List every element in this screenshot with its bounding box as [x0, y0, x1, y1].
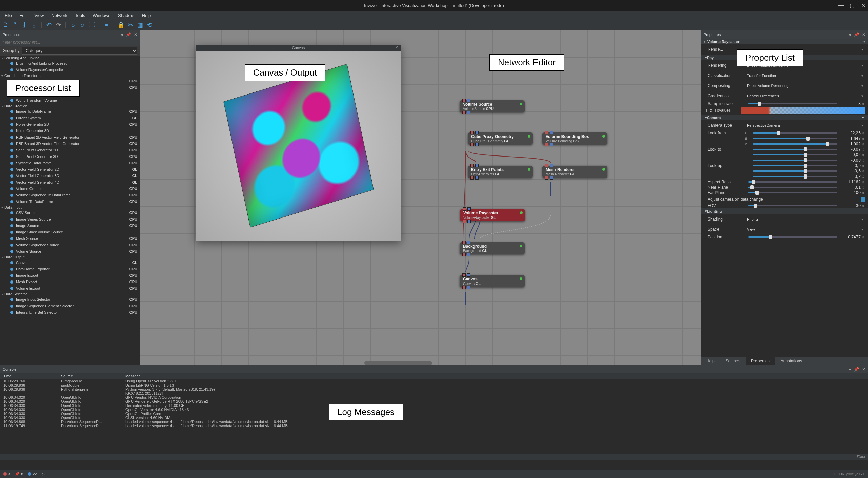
processor-item[interactable]: Volume CreatorCPU	[0, 186, 140, 192]
save-icon[interactable]: ⭳	[21, 21, 28, 29]
menu-tools[interactable]: Tools	[72, 12, 88, 19]
processor-filter-input[interactable]	[0, 39, 140, 46]
new-icon[interactable]: 🗋	[2, 21, 9, 29]
status-pins[interactable]: 📌8	[15, 472, 23, 476]
node-vbb[interactable]: Volume Bounding BoxVolume Bounding Box	[542, 132, 607, 145]
processor-item[interactable]: Image ExportCPU	[0, 272, 140, 279]
pin-icon[interactable]: 📌	[854, 32, 859, 37]
tree-group[interactable]: ▾Data Selector	[0, 292, 140, 296]
processor-item[interactable]: Noise Generator 3D	[0, 128, 140, 134]
lock-icon[interactable]: 🔒	[117, 21, 125, 29]
slider[interactable]	[753, 138, 837, 139]
node-mr[interactable]: Mesh RendererMesh Renderer GL	[542, 166, 607, 178]
processor-tree[interactable]: ▾Brushing And LinkingBrushing And Linkin…	[0, 56, 140, 365]
log-row[interactable]: 10:06:34.030OpenGLInfoGLSL version: 4.60…	[0, 416, 868, 420]
slider[interactable]	[753, 154, 837, 155]
classification-combo[interactable]: Transfer Function▾	[745, 72, 865, 79]
processor-item[interactable]: DataFrame ExporterCPU	[0, 266, 140, 272]
col-source[interactable]: Source	[58, 373, 122, 379]
status-errors[interactable]: 3	[3, 472, 10, 476]
status-play[interactable]: ▷	[42, 472, 44, 476]
open-icon[interactable]: ⭱	[12, 21, 19, 29]
log-row[interactable]: 10:06:29.760CImgModuleUsing OpenEXR Vers…	[0, 379, 868, 383]
processor-item[interactable]: Image To DataFrameCPU	[0, 108, 140, 115]
console-filter[interactable]: Filter	[857, 455, 865, 459]
menu-view[interactable]: View	[31, 12, 47, 19]
processor-item[interactable]: Seed Point Generator 2DCPU	[0, 147, 140, 153]
shading-combo[interactable]: Phong▾	[745, 216, 865, 223]
log-row[interactable]: 10:06:29.936pngModuleUsing LibPNG Versio…	[0, 383, 868, 387]
network-editor[interactable]: Canvas ✕ Canvas / Output Network Editor	[140, 30, 701, 365]
processor-item[interactable]: Volume SourceCPU	[0, 248, 140, 255]
space-combo[interactable]: View▾	[745, 226, 865, 233]
node-eep[interactable]: Entry Exit PointsEntryExitPoints GL	[468, 166, 533, 178]
slider[interactable]	[753, 176, 837, 177]
tree-group[interactable]: ▾Data Input	[0, 205, 140, 210]
record-icon[interactable]: ●	[849, 367, 851, 372]
slider[interactable]	[753, 170, 837, 172]
log-row[interactable]: 10:06:34.030OpenGLInfoDedicated video me…	[0, 403, 868, 408]
processor-item[interactable]: VolumeRaycasterComposite	[0, 67, 140, 73]
save-as-icon[interactable]: ⭳	[31, 21, 38, 29]
lighting-section[interactable]: ▾Lighting	[701, 208, 868, 214]
tab-properties[interactable]: Properties	[746, 357, 775, 365]
processor-item[interactable]: Volume Sequence SourceCPU	[0, 242, 140, 248]
processor-item[interactable]: CSV SourceCPU	[0, 210, 140, 216]
processor-item[interactable]: RBF Based 2D Vector Field GeneratorCPU	[0, 134, 140, 141]
compositing-combo[interactable]: Direct Volume Rendering▾	[745, 83, 865, 89]
node-bg[interactable]: BackgroundBackground GL	[460, 242, 525, 254]
camera-section[interactable]: ▾Camera▾	[701, 115, 868, 120]
processor-item[interactable]: Integral Line Set SelectorCPU	[0, 309, 140, 316]
processor-item[interactable]: Synthetic DataFrameCPU	[0, 160, 140, 166]
processor-item[interactable]: Image Input SelectorCPU	[0, 296, 140, 303]
near-slider[interactable]	[748, 187, 837, 188]
tab-settings[interactable]: Settings	[720, 357, 746, 365]
maximize-icon[interactable]: ▢	[850, 2, 855, 9]
menu-help[interactable]: Help	[139, 12, 155, 19]
processor-item[interactable]: Volume To DataFrameCPU	[0, 199, 140, 205]
processor-item[interactable]: RBF Based 3D Vector Field GeneratorCPU	[0, 141, 140, 147]
far-slider[interactable]	[748, 192, 837, 193]
gradient-combo[interactable]: Central Differences▾	[745, 93, 865, 99]
tab-annotations[interactable]: Annotations	[775, 357, 807, 365]
minimize-icon[interactable]: —	[838, 2, 844, 8]
processor-item[interactable]: Vector Field Generator 2DGL	[0, 166, 140, 173]
processor-item[interactable]: Brushing And Linking Processor	[0, 60, 140, 67]
processor-item[interactable]: Image Series SourceCPU	[0, 216, 140, 223]
menu-edit[interactable]: Edit	[16, 12, 30, 19]
processor-item[interactable]: Vector Field Generator 3DGL	[0, 173, 140, 179]
reset-icon[interactable]: ⟲	[146, 21, 153, 29]
processor-item[interactable]: Seed Point Generator 3DCPU	[0, 153, 140, 160]
close-panel-icon[interactable]: ✕	[862, 367, 865, 372]
position-slider[interactable]	[748, 236, 837, 238]
processor-item[interactable]: Mesh SourceCPU	[0, 235, 140, 242]
processor-item[interactable]: Vector Field Generator 4DGL	[0, 179, 140, 186]
pin-icon[interactable]: 📌	[126, 32, 131, 37]
col-time[interactable]: Time	[0, 373, 58, 379]
slider[interactable]	[753, 143, 837, 145]
slider[interactable]	[753, 132, 837, 134]
tree-group[interactable]: ▾Brushing And Linking	[0, 56, 140, 60]
menu-windows[interactable]: Windows	[89, 12, 114, 19]
camera-type-combo[interactable]: PerspectiveCamera▾	[745, 122, 865, 129]
processor-item[interactable]: World Transform Volume	[0, 97, 140, 104]
tree-group[interactable]: ▾Data Output	[0, 255, 140, 259]
tab-help[interactable]: Help	[701, 357, 720, 365]
undo-icon[interactable]: ↶	[45, 21, 53, 29]
menu-file[interactable]: File	[1, 12, 15, 19]
fov-slider[interactable]	[748, 205, 837, 206]
status-infos[interactable]: 22	[28, 472, 37, 476]
zoom-fit-icon[interactable]: ⛶	[88, 21, 96, 29]
sampling-slider[interactable]	[748, 103, 837, 104]
processor-item[interactable]: Volume ExportCPU	[0, 285, 140, 292]
log-row[interactable]: 10:06:34.029OpenGLInfoGPU Vendor: NVIDIA…	[0, 395, 868, 399]
close-panel-icon[interactable]: ✕	[862, 32, 865, 37]
root-section[interactable]: ▾Volume Raycaster ▾	[701, 39, 868, 44]
cut-icon[interactable]: ✂	[127, 21, 134, 29]
zoom-out-icon[interactable]: ⌕	[79, 21, 86, 29]
log-row[interactable]: 10:06:34.030OpenGLInfoOpenGL Profile: Co…	[0, 412, 868, 416]
close-panel-icon[interactable]: ✕	[134, 32, 137, 37]
groupby-select[interactable]: Category	[22, 47, 137, 55]
redo-icon[interactable]: ↷	[55, 21, 62, 29]
zoom-in-icon[interactable]: ⌕	[69, 21, 77, 29]
